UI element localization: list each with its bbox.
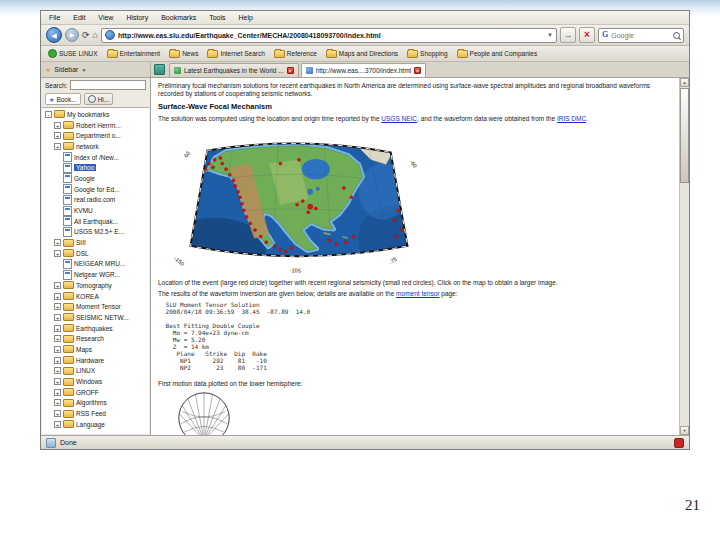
menu-item[interactable]: History	[125, 14, 149, 21]
bookmark-tree-item[interactable]: Netgear WGR...	[42, 269, 149, 280]
bookmark-tree-item[interactable]: real.radio.com	[42, 195, 149, 206]
tree-expander-icon[interactable]: -	[45, 111, 52, 118]
bookmark-tree-item[interactable]: Yahoo	[42, 162, 149, 173]
tree-expander-icon[interactable]: +	[54, 132, 61, 139]
bookmark-item-label: Google	[74, 175, 95, 182]
menu-item[interactable]: View	[97, 14, 114, 21]
bookmark-toolbar-item[interactable]: Shopping	[407, 50, 447, 58]
bookmark-toolbar-item[interactable]: News	[169, 50, 198, 58]
bookmark-tree-item[interactable]: Google	[42, 173, 149, 184]
bookmark-tree-item[interactable]: + Earthquakes	[42, 323, 149, 334]
tree-expander-icon[interactable]: +	[54, 410, 61, 417]
tree-expander-icon[interactable]: +	[54, 282, 61, 289]
bookmark-label: News	[182, 50, 198, 57]
sidebar-header[interactable]: Sidebar ▼	[41, 62, 151, 77]
bookmark-tree-item[interactable]: + Language	[42, 419, 149, 430]
sidebar-panel-tab[interactable]: Book...	[45, 93, 81, 105]
bookmark-tree-item[interactable]: USGS M2.5+ E...	[42, 227, 149, 238]
bookmark-tree-item[interactable]: + Maps	[42, 344, 149, 355]
tree-expander-icon[interactable]: +	[54, 367, 61, 374]
bookmark-tree-item[interactable]: All Earthquak...	[42, 216, 149, 227]
tab-close-icon[interactable]	[414, 67, 421, 74]
reload-icon[interactable]: ⟳	[82, 31, 90, 40]
bookmark-tree-item[interactable]: NEIGEAR MRU...	[42, 259, 149, 270]
bookmark-tree-item[interactable]: + Tomography	[42, 280, 149, 291]
bookmark-tree-item[interactable]: + Hardware	[42, 355, 149, 366]
forward-button[interactable]	[65, 28, 79, 42]
bookmark-tree-item[interactable]: + Moment Tensor	[42, 301, 149, 312]
sidebar-search-input[interactable]	[70, 80, 146, 90]
tree-expander-icon[interactable]: +	[54, 143, 61, 150]
iris-link[interactable]: IRIS DMC	[557, 115, 586, 122]
menu-item[interactable]: Edit	[72, 14, 86, 21]
tree-expander-icon[interactable]: +	[54, 346, 61, 353]
seismicity-map[interactable]: 60-60-150-105-75	[168, 126, 675, 276]
bookmark-tree-item[interactable]: + GROFF	[42, 387, 149, 398]
tree-expander-icon[interactable]: +	[54, 399, 61, 406]
sidebar-dropdown-icon[interactable]: ▼	[81, 67, 86, 73]
browser-tab[interactable]: Latest Earthquakes in the World ...	[169, 63, 299, 77]
menu-item[interactable]: Tools	[208, 14, 226, 21]
stop-button[interactable]	[579, 27, 595, 43]
bookmark-tree-item[interactable]: Index of /New...	[42, 152, 149, 163]
bookmark-tree-item[interactable]: + KOREA	[42, 291, 149, 302]
url-bar[interactable]: http://www.eas.slu.edu/Earthquake_Center…	[101, 28, 557, 43]
scroll-up-icon[interactable]: ▲	[680, 78, 689, 87]
magnifier-icon[interactable]	[673, 32, 680, 39]
bookmark-tree-item[interactable]: KVMU	[42, 205, 149, 216]
moment-tensor-link[interactable]: moment tensor	[396, 290, 439, 297]
home-icon[interactable]: ⌂	[93, 31, 98, 40]
url-dropdown-icon[interactable]: ▼	[547, 32, 553, 38]
bookmark-tree-item[interactable]: + Department o...	[42, 130, 149, 141]
go-button[interactable]	[560, 27, 576, 43]
tree-expander-icon[interactable]: +	[54, 357, 61, 364]
bookmark-tree-item[interactable]: Google for Ed...	[42, 184, 149, 195]
tree-expander-icon[interactable]: +	[54, 250, 61, 257]
tree-expander-icon[interactable]: +	[54, 314, 61, 321]
bookmark-toolbar-item[interactable]: People and Companies	[457, 50, 538, 58]
tree-expander-icon[interactable]: +	[54, 303, 61, 310]
tree-expander-icon[interactable]: +	[54, 325, 61, 332]
bookmark-label: SUSE LINUX	[59, 50, 98, 57]
menu-item[interactable]: Help	[238, 14, 254, 21]
tree-expander-icon[interactable]: +	[54, 239, 61, 246]
menu-item[interactable]: Bookmarks	[160, 14, 197, 21]
browser-tab[interactable]: http://www.eas....3700/index.html	[301, 63, 426, 77]
back-button[interactable]	[46, 27, 62, 43]
bookmark-tree-item[interactable]: + Algorithms	[42, 398, 149, 409]
bookmark-tree-item[interactable]: + SIII	[42, 237, 149, 248]
content-scrollbar[interactable]: ▲ ▼	[679, 78, 689, 435]
usgs-link[interactable]: USGS NEIC	[381, 115, 417, 122]
bookmark-toolbar-item[interactable]: Maps and Directions	[326, 50, 398, 58]
bookmark-tree-item[interactable]: + Research	[42, 333, 149, 344]
alert-icon[interactable]	[674, 438, 684, 448]
bookmark-tree-item[interactable]: + Robert Herrm...	[42, 120, 149, 131]
bookmark-tree-item[interactable]: + network	[42, 141, 149, 152]
bookmark-toolbar-item[interactable]: Reference	[274, 50, 317, 58]
url-text[interactable]: http://www.eas.slu.edu/Earthquake_Center…	[118, 32, 544, 39]
bookmark-tree-item[interactable]: + RSS Feed	[42, 408, 149, 419]
tree-expander-icon[interactable]: +	[54, 378, 61, 385]
tree-expander-icon[interactable]: +	[54, 293, 61, 300]
menu-item[interactable]: File	[48, 14, 61, 21]
bookmark-tree-item[interactable]: + DSL	[42, 248, 149, 259]
tree-expander-icon[interactable]: +	[54, 122, 61, 129]
bookmark-tree-item[interactable]: - My bookmarks	[42, 109, 149, 120]
bookmark-toolbar-item[interactable]: Entertainment	[107, 50, 160, 58]
bookmark-tree-item[interactable]: + Windows	[42, 376, 149, 387]
tab-list-icon[interactable]	[154, 64, 165, 75]
tree-expander-icon[interactable]: +	[54, 389, 61, 396]
search-engine-label[interactable]: Google	[611, 32, 670, 39]
tree-expander-icon[interactable]: +	[54, 335, 61, 342]
bookmark-toolbar-item[interactable]: Internet Search	[207, 50, 264, 58]
bookmark-item-icon	[63, 195, 72, 205]
bookmark-tree-item[interactable]: + SEISMIC NETW...	[42, 312, 149, 323]
search-box[interactable]: G Google	[598, 28, 684, 43]
bookmark-tree-item[interactable]: + LINUX	[42, 366, 149, 377]
scrollbar-thumb[interactable]	[680, 88, 689, 183]
tree-expander-icon[interactable]: +	[54, 421, 61, 428]
scroll-down-icon[interactable]: ▼	[680, 426, 689, 435]
bookmark-toolbar-item[interactable]: SUSE LINUX	[48, 49, 98, 58]
tab-close-icon[interactable]	[287, 67, 294, 74]
sidebar-panel-tab[interactable]: Hi...	[84, 93, 114, 105]
